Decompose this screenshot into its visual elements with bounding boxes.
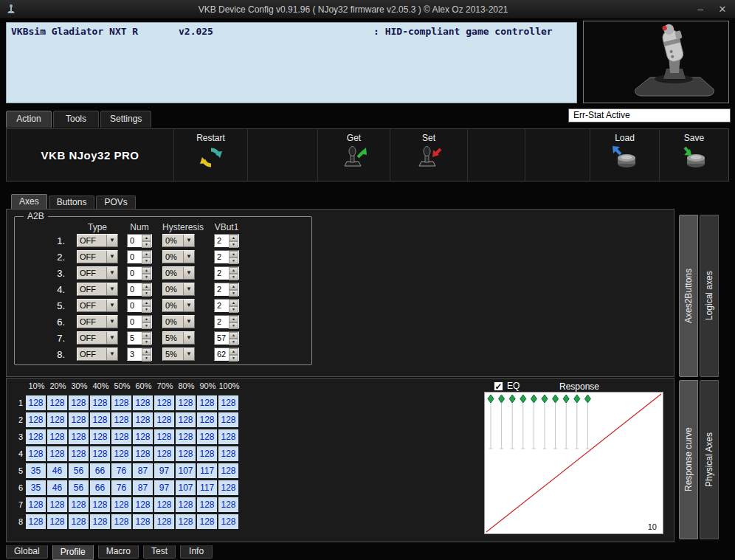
eq-slider-handle[interactable] (499, 395, 505, 403)
type-dropdown[interactable]: OFF▼ (77, 283, 118, 296)
curve-cell[interactable]: 128 (26, 497, 46, 512)
vbut-spinner[interactable]: 62▲▼ (214, 348, 239, 361)
side-tab-logical-axes[interactable]: Logical axes (700, 215, 719, 377)
spin-up-icon[interactable]: ▲ (142, 235, 151, 241)
spin-up-icon[interactable]: ▲ (142, 332, 151, 339)
curve-cell[interactable]: 128 (218, 514, 238, 529)
curve-cell[interactable]: 128 (133, 429, 153, 444)
spin-up-icon[interactable]: ▲ (229, 316, 238, 322)
curve-cell[interactable]: 128 (133, 446, 153, 461)
curve-cell[interactable]: 128 (218, 480, 238, 495)
curve-cell[interactable]: 128 (69, 429, 89, 444)
curve-cell[interactable]: 128 (154, 497, 174, 512)
curve-cell[interactable]: 128 (176, 429, 196, 444)
curve-cell[interactable]: 107 (176, 463, 196, 478)
tab-test[interactable]: Test (143, 545, 176, 559)
curve-cell[interactable]: 97 (154, 480, 174, 495)
spin-up-icon[interactable]: ▲ (142, 283, 151, 290)
spin-up-icon[interactable]: ▲ (229, 267, 238, 274)
spin-down-icon[interactable]: ▼ (142, 274, 151, 280)
spin-up-icon[interactable]: ▲ (142, 251, 151, 257)
curve-cell[interactable]: 128 (26, 395, 46, 410)
num-spinner[interactable]: 0▲▼ (127, 315, 152, 328)
curve-cell[interactable]: 46 (47, 463, 67, 478)
chevron-down-icon[interactable]: ▼ (106, 251, 117, 263)
curve-cell[interactable]: 128 (90, 429, 110, 444)
num-spinner[interactable]: 3▲▼ (127, 348, 152, 361)
spin-down-icon[interactable]: ▼ (229, 274, 238, 280)
curve-cell[interactable]: 128 (90, 497, 110, 512)
curve-cell[interactable]: 128 (197, 429, 217, 444)
spin-down-icon[interactable]: ▼ (142, 322, 151, 329)
eq-slider-handle[interactable] (509, 395, 515, 403)
spin-down-icon[interactable]: ▼ (142, 241, 151, 248)
num-spinner[interactable]: 0▲▼ (127, 299, 152, 312)
num-spinner[interactable]: 0▲▼ (127, 250, 152, 263)
spin-down-icon[interactable]: ▼ (229, 241, 238, 248)
tab-global[interactable]: Global (6, 545, 48, 559)
curve-cell[interactable]: 128 (69, 446, 89, 461)
curve-cell[interactable]: 128 (176, 514, 196, 529)
num-spinner[interactable]: 0▲▼ (127, 266, 152, 280)
curve-cell[interactable]: 87 (133, 463, 153, 478)
curve-cell[interactable]: 128 (176, 446, 196, 461)
curve-cell[interactable]: 128 (111, 429, 131, 444)
curve-cell[interactable]: 128 (154, 429, 174, 444)
eq-slider-handle[interactable] (488, 395, 494, 403)
num-spinner[interactable]: 5▲▼ (127, 331, 152, 345)
curve-cell[interactable]: 128 (133, 412, 153, 427)
curve-cell[interactable]: 128 (90, 514, 110, 529)
spin-down-icon[interactable]: ▼ (229, 257, 238, 264)
curve-cell[interactable]: 128 (26, 514, 46, 529)
curve-cell[interactable]: 128 (26, 429, 46, 444)
curve-cell[interactable]: 76 (111, 480, 131, 495)
tab-action[interactable]: Action (6, 111, 52, 128)
curve-cell[interactable]: 128 (111, 497, 131, 512)
spin-down-icon[interactable]: ▼ (229, 339, 238, 345)
vbut-spinner[interactable]: 2▲▼ (214, 266, 239, 280)
load-button[interactable]: Load (590, 129, 660, 181)
spin-up-icon[interactable]: ▲ (229, 300, 238, 306)
curve-cell[interactable]: 128 (154, 514, 174, 529)
curve-cell[interactable]: 66 (90, 480, 110, 495)
curve-cell[interactable]: 35 (26, 480, 46, 495)
eq-slider-handle[interactable] (542, 395, 548, 403)
spin-up-icon[interactable]: ▲ (229, 235, 238, 241)
type-dropdown[interactable]: OFF▼ (77, 299, 118, 312)
type-dropdown[interactable]: OFF▼ (77, 348, 118, 361)
chevron-down-icon[interactable]: ▼ (183, 300, 194, 311)
spin-up-icon[interactable]: ▲ (229, 251, 238, 257)
curve-cell[interactable]: 128 (47, 514, 67, 529)
side-tab-axes2buttons[interactable]: Axes2Buttons (679, 215, 698, 377)
curve-cell[interactable]: 128 (69, 395, 89, 410)
curve-cell[interactable]: 128 (47, 497, 67, 512)
spin-down-icon[interactable]: ▼ (142, 355, 151, 362)
chevron-down-icon[interactable]: ▼ (183, 316, 194, 328)
curve-cell[interactable]: 128 (26, 412, 46, 427)
curve-cell[interactable]: 128 (111, 514, 131, 529)
hysteresis-dropdown[interactable]: 0%▼ (162, 283, 195, 296)
side-tab-response-curve[interactable]: Response curve (679, 380, 698, 539)
curve-cell[interactable]: 97 (154, 463, 174, 478)
curve-cell[interactable]: 107 (176, 480, 196, 495)
response-chart[interactable]: 10 (484, 392, 663, 534)
curve-cell[interactable]: 117 (197, 463, 217, 478)
hysteresis-dropdown[interactable]: 0%▼ (162, 266, 195, 280)
eq-checkbox[interactable]: ✓ EQ (494, 381, 520, 391)
curve-cell[interactable]: 117 (197, 480, 217, 495)
chevron-down-icon[interactable]: ▼ (106, 267, 117, 279)
curve-cell[interactable]: 128 (47, 429, 67, 444)
spin-down-icon[interactable]: ▼ (229, 322, 238, 329)
spin-up-icon[interactable]: ▲ (142, 316, 151, 322)
hysteresis-dropdown[interactable]: 0%▼ (162, 234, 195, 247)
chevron-down-icon[interactable]: ▼ (106, 283, 117, 295)
eq-slider-handle[interactable] (574, 395, 580, 403)
curve-cell[interactable]: 128 (218, 429, 238, 444)
spin-up-icon[interactable]: ▲ (142, 267, 151, 274)
type-dropdown[interactable]: OFF▼ (77, 331, 118, 345)
num-spinner[interactable]: 0▲▼ (127, 283, 152, 296)
curve-cell[interactable]: 128 (197, 514, 217, 529)
hysteresis-dropdown[interactable]: 0%▼ (162, 299, 195, 312)
chevron-down-icon[interactable]: ▼ (106, 300, 117, 311)
curve-cell[interactable]: 128 (197, 412, 217, 427)
